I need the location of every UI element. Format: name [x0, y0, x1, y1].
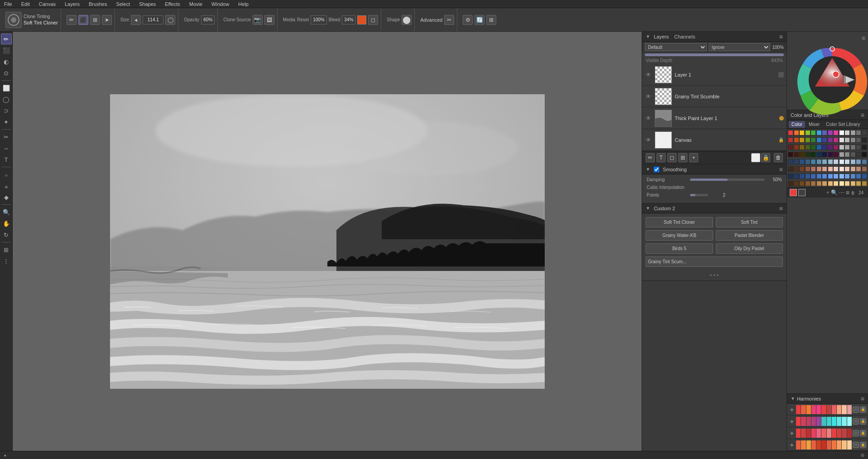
color-wheel-menu-btn[interactable]: ≡	[862, 34, 865, 42]
brush-preview[interactable]	[5, 12, 22, 28]
color-swatch-cell[interactable]	[833, 145, 839, 150]
color-swatch-cell[interactable]	[844, 145, 850, 150]
custom2-btn-oily-dry-pastel[interactable]: Oily Dry Pastel	[716, 243, 783, 254]
menu-brushes[interactable]: Brushes	[87, 1, 108, 7]
color-swatch-cell[interactable]	[822, 137, 827, 143]
harmony-swatch-3-8[interactable]	[837, 440, 841, 449]
harmony-swatch-3-10[interactable]	[847, 440, 852, 449]
layer-vis-2[interactable]: 👁	[645, 93, 652, 100]
color-swatch-cell[interactable]	[833, 152, 839, 157]
tool-gradient[interactable]: ⬦	[1, 169, 12, 180]
tool-magic-wand[interactable]: ✦	[1, 116, 12, 127]
layers-menu-btn[interactable]: ≡	[779, 33, 783, 40]
color-tab-mixer[interactable]: Mixer	[806, 121, 822, 128]
tool-smear[interactable]: ◐	[1, 56, 12, 67]
media-icon[interactable]: ◻	[368, 15, 378, 25]
tool-paint-bucket[interactable]: ⟁	[1, 180, 12, 191]
harmony-icon-1[interactable]: ◈	[789, 419, 795, 424]
tool-dodge[interactable]: ⊙	[1, 68, 12, 78]
color-swatch-cell[interactable]	[862, 145, 867, 150]
layer-item-1[interactable]: 👁 Layer 1	[642, 64, 786, 86]
color-swatch-cell[interactable]	[844, 174, 850, 179]
color-tab-color[interactable]: Color	[789, 121, 805, 128]
harmony-action-btn-3-0[interactable]: ↔	[853, 442, 859, 448]
harmony-action-btn-0-1[interactable]: 🔒	[860, 406, 866, 413]
harmony-swatch-0-4[interactable]	[816, 405, 821, 414]
harmony-icon-0[interactable]: ◈	[789, 407, 795, 412]
color-swatch-cell[interactable]	[810, 159, 816, 164]
layer-mask-btn[interactable]: ◻	[667, 153, 676, 162]
harmony-swatch-2-0[interactable]	[796, 429, 801, 438]
custom2-btn-grainy-tint[interactable]: Grainy Tint Scum...	[646, 256, 783, 267]
color-swatch-cell[interactable]	[856, 166, 861, 172]
harmonies-menu-btn[interactable]: ≡	[861, 395, 864, 402]
layer-options-1[interactable]	[778, 72, 784, 77]
color-swatch-cell[interactable]	[856, 137, 861, 143]
color-swatch-cell[interactable]	[833, 181, 839, 186]
harmony-swatch-2-6[interactable]	[827, 429, 831, 438]
color-swatch-cell[interactable]	[828, 152, 833, 157]
harmony-swatch-2-7[interactable]	[832, 429, 836, 438]
color-swatch-cell[interactable]	[799, 152, 805, 157]
harmony-swatch-0-9[interactable]	[842, 405, 846, 414]
layer-type-btn[interactable]: T	[657, 153, 666, 162]
layer-delete-btn[interactable]: 🗑	[774, 153, 783, 162]
smoothing-checkbox[interactable]	[654, 167, 659, 172]
color-swatch-cell[interactable]	[828, 145, 833, 150]
color-swatch-cell[interactable]	[856, 181, 861, 186]
tool-layer-adjuster[interactable]: ⊞	[1, 244, 12, 255]
color-swatch-cell[interactable]	[794, 181, 799, 186]
color-swatch-cell[interactable]	[822, 152, 827, 157]
color-swatch-cell[interactable]	[833, 174, 839, 179]
color-swatch-cell[interactable]	[828, 159, 833, 164]
color-swatch-cell[interactable]	[805, 166, 810, 172]
color-swatch-cell[interactable]	[828, 174, 833, 179]
color-swatch-cell[interactable]	[839, 130, 844, 135]
color-options-btn[interactable]: ⋯	[839, 189, 844, 196]
harmony-swatch-0-10[interactable]	[847, 405, 852, 414]
layer-vis-3[interactable]: 👁	[645, 115, 652, 121]
size-input[interactable]	[143, 15, 163, 24]
color-swatch-cell[interactable]	[816, 174, 822, 179]
tool-rotate[interactable]: ↻	[1, 229, 12, 240]
color-swatch-cell[interactable]	[788, 137, 793, 143]
color-swatch-cell[interactable]	[822, 159, 827, 164]
color-swatch-cell[interactable]	[844, 130, 850, 135]
color-swatch-cell[interactable]	[828, 130, 833, 135]
color-search-btn[interactable]: 🔍	[831, 189, 838, 196]
layer-lock-btn[interactable]: 🔒	[761, 153, 770, 162]
color-swatch-cell[interactable]	[794, 145, 799, 150]
color-swatch-cell[interactable]	[839, 137, 844, 143]
color-swatch-cell[interactable]	[850, 152, 856, 157]
color-fg-swatch[interactable]	[790, 189, 797, 196]
harmony-swatch-2-3[interactable]	[811, 429, 816, 438]
smoothing-collapse-btn[interactable]: ▼	[646, 167, 650, 172]
harmony-swatch-3-1[interactable]	[801, 440, 806, 449]
harmony-swatch-1-7[interactable]	[832, 417, 836, 426]
advanced-icon[interactable]: ✂	[444, 15, 454, 25]
harmony-swatch-0-5[interactable]	[821, 405, 826, 414]
layer-vis-1[interactable]: 👁	[645, 72, 652, 78]
color-swatch-cell[interactable]	[805, 174, 810, 179]
harmony-swatch-1-4[interactable]	[816, 417, 821, 426]
color-swatch-cell[interactable]	[833, 137, 839, 143]
color-swatch-cell[interactable]	[794, 166, 799, 172]
color-bg-swatch[interactable]	[798, 189, 806, 196]
color-swatch-cell[interactable]	[844, 159, 850, 164]
harmony-swatch-0-1[interactable]	[801, 405, 806, 414]
color-swatch-cell[interactable]	[788, 152, 793, 157]
select-icon[interactable]: ⬛	[78, 15, 88, 25]
harmony-swatch-0-2[interactable]	[806, 405, 811, 414]
color-swatch-cell[interactable]	[805, 152, 810, 157]
color-swatch-cell[interactable]	[856, 174, 861, 179]
size-icon-circle[interactable]: ◯	[165, 15, 175, 25]
reset-value-box[interactable]: 100%	[311, 15, 327, 24]
color-swatch-cell[interactable]	[839, 159, 844, 164]
custom2-btn-grainy-water[interactable]: Grainy Water-KB	[646, 230, 713, 241]
color-swatch-cell[interactable]	[805, 130, 810, 135]
color-swatch-cell[interactable]	[788, 174, 793, 179]
color-swatch-cell[interactable]	[822, 130, 827, 135]
color-swatch-cell[interactable]	[862, 152, 867, 157]
menu-file[interactable]: File	[3, 1, 14, 7]
harmony-swatch-1-0[interactable]	[796, 417, 801, 426]
